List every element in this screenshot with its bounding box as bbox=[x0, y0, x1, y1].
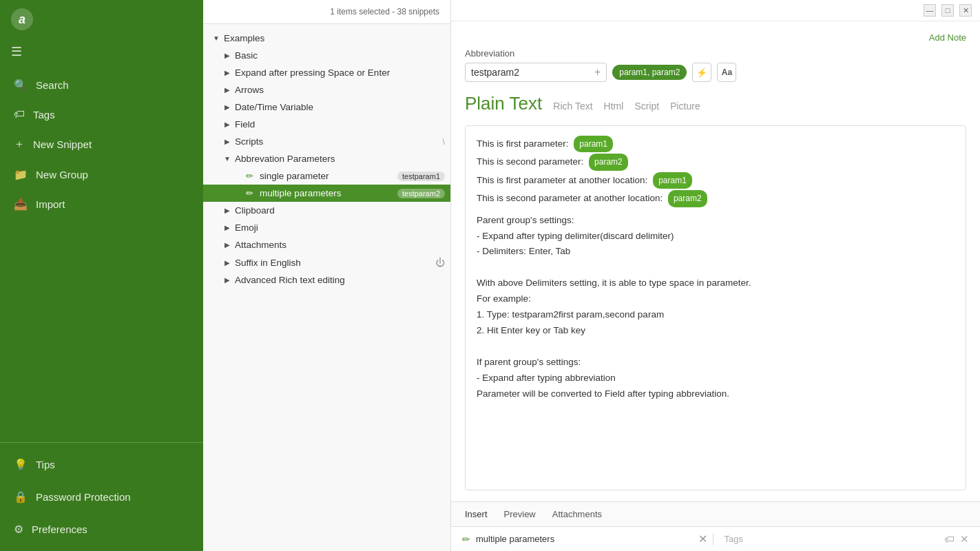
snippet-line-3: This is first parameter at another locat… bbox=[477, 172, 955, 189]
case-icon-button[interactable]: Aa bbox=[717, 63, 736, 82]
sidebar-item-new-snippet[interactable]: ＋ New Snippet bbox=[0, 129, 203, 160]
sidebar-nav: 🔍 Search 🏷 Tags ＋ New Snippet 📁 New Grou… bbox=[0, 65, 203, 442]
chevron-down-icon: ▼ bbox=[222, 154, 232, 164]
snippet-body: Parent group's settings: - Expand after … bbox=[477, 213, 955, 402]
pencil-icon: ✏ bbox=[246, 171, 257, 181]
add-param-button[interactable]: + bbox=[594, 66, 601, 79]
tree-item-single-param[interactable]: ✏ single parameter testparam1 bbox=[203, 167, 450, 185]
tree-label-clipboard: Clipboard bbox=[235, 205, 445, 216]
tips-icon: 💡 bbox=[14, 458, 28, 471]
lightning-icon-button[interactable]: ⚡ bbox=[692, 63, 711, 82]
tree-item-suffix-english[interactable]: ▶ Suffix in English ⏻ bbox=[203, 253, 450, 271]
power-icon: ⏻ bbox=[435, 257, 445, 268]
param-tag-4: param2 bbox=[668, 190, 707, 207]
pencil-icon-bottom: ✏ bbox=[462, 534, 470, 545]
window-titlebar: — □ ✕ bbox=[451, 0, 980, 21]
sidebar-item-password[interactable]: 🔒 Password Protection bbox=[0, 481, 203, 513]
content-type-tabs: Plain Text Rich Text Html Script Picture bbox=[465, 93, 966, 114]
abbreviation-input[interactable] bbox=[471, 67, 592, 78]
window-controls: — □ ✕ bbox=[924, 4, 972, 17]
sidebar-item-tags[interactable]: 🏷 Tags bbox=[0, 100, 203, 129]
bottom-tab-preview[interactable]: Preview bbox=[504, 509, 536, 519]
chevron-right-icon: ▶ bbox=[222, 258, 232, 267]
abbreviation-label: Abbreviation bbox=[465, 48, 966, 59]
tree-label-rich-text: Advanced Rich text editing bbox=[235, 275, 445, 285]
snippet-line-2: This is second parameter: param2 bbox=[477, 154, 955, 170]
sidebar-label-new-snippet: New Snippet bbox=[33, 138, 92, 150]
tree-item-rich-text[interactable]: ▶ Advanced Rich text editing bbox=[203, 271, 450, 289]
tree-label-field: Field bbox=[235, 119, 445, 129]
menu-icon[interactable]: ☰ bbox=[0, 39, 203, 65]
snippet-editor[interactable]: This is first parameter: param1 This is … bbox=[465, 125, 966, 490]
sidebar-item-preferences[interactable]: ⚙ Preferences bbox=[0, 513, 203, 545]
sidebar-logo: a bbox=[0, 0, 203, 39]
tree-item-basic[interactable]: ▶ Basic bbox=[203, 47, 450, 64]
spacer bbox=[233, 171, 243, 181]
tree-item-scripts[interactable]: ▶ Scripts \ bbox=[203, 133, 450, 150]
app-logo: a bbox=[11, 8, 33, 30]
tree-item-attachments[interactable]: ▶ Attachments bbox=[203, 236, 450, 253]
minimize-button[interactable]: — bbox=[924, 4, 936, 17]
tab-script[interactable]: Script bbox=[634, 101, 659, 112]
bottom-close-button[interactable]: ✕ bbox=[698, 532, 707, 545]
add-note-button[interactable]: Add Note bbox=[929, 32, 966, 43]
tag-add-icon[interactable]: 🏷 bbox=[944, 533, 955, 545]
snippet-line-4: This is second parameter at another loca… bbox=[477, 190, 955, 207]
tag-close-icon[interactable]: ✕ bbox=[960, 533, 969, 545]
tree-item-arrows[interactable]: ▶ Arrows bbox=[203, 81, 450, 98]
search-icon: 🔍 bbox=[14, 79, 28, 92]
sidebar-item-search[interactable]: 🔍 Search bbox=[0, 70, 203, 100]
line3-text: This is first parameter at another locat… bbox=[477, 173, 650, 189]
chevron-right-icon: ▶ bbox=[222, 240, 232, 250]
chevron-right-icon: ▶ bbox=[222, 206, 232, 216]
tree-label-multiple-params: multiple parameters bbox=[260, 188, 395, 198]
sidebar-label-tips: Tips bbox=[36, 459, 55, 470]
chevron-right-icon: ▶ bbox=[222, 68, 232, 78]
param-tag-1: param1 bbox=[574, 136, 613, 152]
sidebar: a ☰ 🔍 Search 🏷 Tags ＋ New Snippet 📁 New … bbox=[0, 0, 203, 551]
main-panel: — □ ✕ Add Note Abbreviation + param1, pa… bbox=[451, 0, 980, 551]
bottom-bar: ✏ multiple parameters ✕ Tags 🏷 ✕ bbox=[451, 526, 980, 551]
sidebar-item-tips[interactable]: 💡 Tips bbox=[0, 448, 203, 481]
tree-item-abbrev-params[interactable]: ▼ Abbrevation Parameters bbox=[203, 150, 450, 167]
params-badge[interactable]: param1, param2 bbox=[612, 65, 687, 80]
middle-panel: 1 items selected - 38 snippets ▼ Example… bbox=[203, 0, 451, 551]
param-tag-2: param2 bbox=[589, 154, 628, 170]
tab-rich-text[interactable]: Rich Text bbox=[553, 101, 592, 112]
line4-text: This is second parameter at another loca… bbox=[477, 191, 665, 207]
tree-label-emoji: Emoji bbox=[235, 222, 445, 233]
chevron-right-icon: ▶ bbox=[222, 120, 232, 129]
single-param-badge: testparam1 bbox=[397, 171, 445, 181]
chevron-right-icon: ▶ bbox=[222, 51, 232, 61]
sidebar-label-search: Search bbox=[36, 79, 69, 91]
tree-item-multiple-params[interactable]: ✏ multiple parameters testparam2 bbox=[203, 185, 450, 202]
bottom-tags: Tags 🏷 ✕ bbox=[713, 533, 970, 545]
tree-item-field[interactable]: ▶ Field bbox=[203, 116, 450, 133]
chevron-right-icon: ▶ bbox=[222, 103, 232, 112]
bottom-tab-attachments[interactable]: Attachments bbox=[552, 509, 602, 519]
editor-bottom-tabs: Insert Preview Attachments bbox=[451, 501, 980, 526]
close-button[interactable]: ✕ bbox=[959, 4, 972, 17]
sidebar-item-new-group[interactable]: 📁 New Group bbox=[0, 160, 203, 189]
tab-picture[interactable]: Picture bbox=[670, 101, 700, 112]
snippet-tree: ▼ Examples ▶ Basic ▶ Expand after pressi… bbox=[203, 24, 450, 551]
tree-label-datetime: Date/Time Variable bbox=[235, 102, 445, 112]
param-tag-3: param1 bbox=[653, 172, 692, 189]
tree-item-expand-space[interactable]: ▶ Expand after pressing Space or Enter bbox=[203, 64, 450, 81]
bottom-snippet-name: ✏ multiple parameters ✕ bbox=[462, 532, 707, 545]
maximize-button[interactable]: □ bbox=[941, 4, 954, 17]
sidebar-item-import[interactable]: 📥 Import bbox=[0, 189, 203, 219]
tab-plain-text[interactable]: Plain Text bbox=[465, 93, 542, 114]
lock-icon: 🔒 bbox=[14, 490, 28, 503]
tree-item-datetime[interactable]: ▶ Date/Time Variable bbox=[203, 98, 450, 116]
tree-label-basic: Basic bbox=[235, 50, 445, 61]
tree-item-clipboard[interactable]: ▶ Clipboard bbox=[203, 202, 450, 219]
tab-html[interactable]: Html bbox=[604, 101, 624, 112]
tree-item-examples[interactable]: ▼ Examples bbox=[203, 30, 450, 47]
abbreviation-row: + param1, param2 ⚡ Aa bbox=[465, 63, 966, 82]
tag-icon: 🏷 bbox=[14, 108, 25, 121]
tree-label-attachments: Attachments bbox=[235, 240, 445, 250]
bottom-tab-insert[interactable]: Insert bbox=[465, 509, 488, 519]
tree-item-emoji[interactable]: ▶ Emoji bbox=[203, 219, 450, 236]
pencil-icon-active: ✏ bbox=[246, 188, 257, 198]
